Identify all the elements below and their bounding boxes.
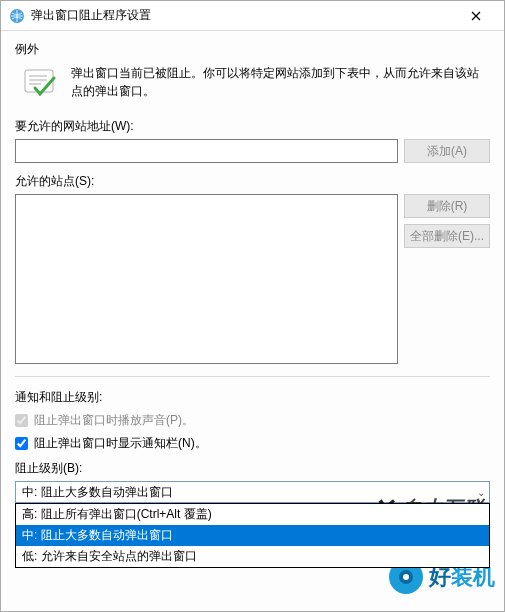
block-level-combo[interactable]: 中: 阻止大多数自动弹出窗口 ⌄ xyxy=(15,481,490,503)
dropdown-option-low[interactable]: 低: 允许来自安全站点的弹出窗口 xyxy=(16,546,489,567)
close-button[interactable] xyxy=(456,2,496,30)
combo-selected-text: 中: 阻止大多数自动弹出窗口 xyxy=(22,484,173,501)
separator xyxy=(15,376,490,377)
sound-checkbox-label: 阻止弹出窗口时播放声音(P)。 xyxy=(34,412,194,429)
content-area: 例外 弹出窗口当前已被阻止。你可以将特定网站添加到下表中，从而允许来自该站点的弹… xyxy=(1,31,504,611)
remove-button[interactable]: 删除(R) xyxy=(404,194,490,218)
dropdown-option-medium[interactable]: 中: 阻止大多数自动弹出窗口 xyxy=(16,525,489,546)
svg-rect-1 xyxy=(25,70,53,92)
sound-checkbox-row: 阻止弹出窗口时播放声音(P)。 xyxy=(15,412,490,429)
dropdown-option-high[interactable]: 高: 阻止所有弹出窗口(Ctrl+Alt 覆盖) xyxy=(16,504,489,525)
address-label: 要允许的网站地址(W): xyxy=(15,118,490,135)
infobar-checkbox[interactable] xyxy=(15,437,28,450)
titlebar: 弹出窗口阻止程序设置 xyxy=(1,1,504,31)
exceptions-heading: 例外 xyxy=(15,41,490,58)
add-button[interactable]: 添加(A) xyxy=(404,139,490,163)
block-level-dropdown: 高: 阻止所有弹出窗口(Ctrl+Alt 覆盖) 中: 阻止大多数自动弹出窗口 … xyxy=(15,503,490,568)
allowed-sites-label: 允许的站点(S): xyxy=(15,173,490,190)
popup-blocker-settings-window: 弹出窗口阻止程序设置 例外 弹出窗口当前已被阻止。你可以将特定网站添加到下表中，… xyxy=(0,0,505,612)
infobar-checkbox-label: 阻止弹出窗口时显示通知栏(N)。 xyxy=(34,435,207,452)
info-icon xyxy=(21,64,61,104)
block-level-label: 阻止级别(B): xyxy=(15,460,490,477)
notify-heading: 通知和阻止级别: xyxy=(15,389,490,406)
info-text: 弹出窗口当前已被阻止。你可以将特定网站添加到下表中，从而允许来自该站点的弹出窗口… xyxy=(71,64,490,100)
info-row: 弹出窗口当前已被阻止。你可以将特定网站添加到下表中，从而允许来自该站点的弹出窗口… xyxy=(15,64,490,104)
window-icon xyxy=(9,8,25,24)
allowed-sites-listbox[interactable] xyxy=(15,194,398,364)
sound-checkbox xyxy=(15,414,28,427)
infobar-checkbox-row[interactable]: 阻止弹出窗口时显示通知栏(N)。 xyxy=(15,435,490,452)
address-input[interactable] xyxy=(15,139,398,163)
block-level-combo-wrap: 中: 阻止大多数自动弹出窗口 ⌄ 高: 阻止所有弹出窗口(Ctrl+Alt 覆盖… xyxy=(15,481,490,503)
remove-all-button[interactable]: 全部删除(E)... xyxy=(404,224,490,248)
chevron-down-icon: ⌄ xyxy=(477,487,485,498)
window-title: 弹出窗口阻止程序设置 xyxy=(31,7,456,24)
